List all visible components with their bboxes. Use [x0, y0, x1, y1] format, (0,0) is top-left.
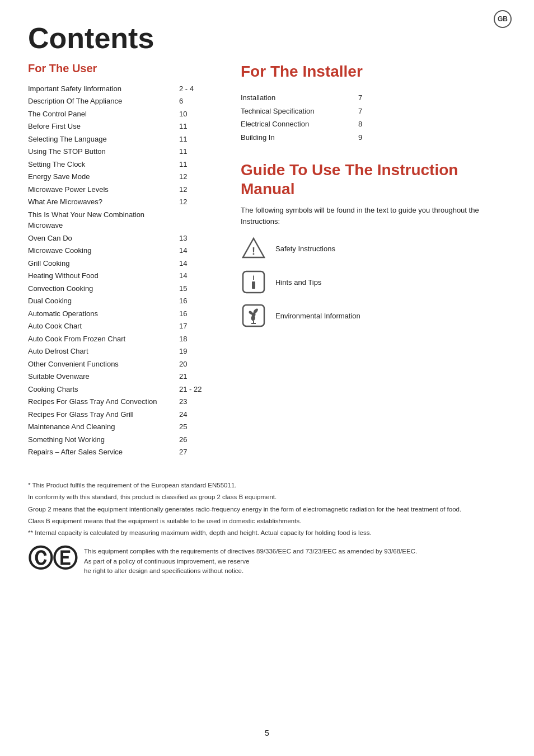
toc-page: 6: [174, 95, 218, 108]
footer-line: Group 2 means that the equipment intenti…: [28, 505, 506, 514]
toc-page: 14: [174, 270, 218, 283]
toc-title: Using The STOP Button: [28, 145, 174, 158]
footer-line: * This Product fulfils the requirement o…: [28, 481, 506, 490]
symbol-safety: ! Safety Instructions: [241, 236, 506, 261]
toc-title: Microwave Power Levels: [28, 183, 174, 196]
toc-page: 20: [174, 358, 218, 370]
environmental-label: Environmental Information: [275, 311, 360, 322]
toc-title: Dual Cooking: [28, 295, 174, 308]
toc-page: 11: [174, 120, 218, 133]
toc-title: Recipes For Glass Tray And Convection: [28, 396, 174, 408]
toc-row: Something Not Working26: [28, 433, 218, 446]
toc-title: The Control Panel: [28, 107, 174, 120]
toc-row: Automatic Operations16: [28, 307, 218, 320]
installer-row: Technical Specification7: [241, 105, 506, 118]
toc-title: Microwave Cooking: [28, 245, 174, 257]
footer-line: Class B equipment means that the equipme…: [28, 516, 506, 526]
toc-title: Heating Without Food: [28, 270, 174, 283]
toc-page: 25: [174, 421, 218, 434]
footer-line: In conformity with this standard, this p…: [28, 492, 506, 502]
toc-page: 14: [174, 257, 218, 270]
toc-row: Other Convenient Functions20: [28, 358, 218, 370]
ce-text: This equipment complies with the require…: [84, 547, 417, 576]
toc-title: Energy Save Mode: [28, 171, 174, 184]
toc-row: What Are Microwaves?12: [28, 196, 218, 209]
svg-rect-3: [252, 281, 255, 289]
toc-page: 18: [174, 332, 218, 345]
toc-page: 13: [174, 232, 218, 245]
toc-title: Auto Cook Chart: [28, 320, 174, 333]
toc-table: Important Safety Iinformation2 - 4Descri…: [28, 82, 218, 458]
toc-row: Selecting The Language11: [28, 133, 218, 145]
toc-page: 21 - 22: [174, 383, 218, 396]
toc-page: 12: [174, 183, 218, 196]
toc-title: Before First Use: [28, 120, 174, 133]
toc-row: Heating Without Food14: [28, 270, 218, 283]
toc-page: 11: [174, 145, 218, 158]
toc-page: 27: [174, 446, 218, 459]
toc-row: Auto Defrost Chart19: [28, 345, 218, 358]
toc-row: Dual Cooking16: [28, 295, 218, 308]
page-number: 5: [265, 727, 269, 739]
toc-page: 19: [174, 345, 218, 358]
toc-title: This Is What Your New Combination Microw…: [28, 208, 174, 232]
installer-row: Electrical Connection8: [241, 118, 506, 131]
installer-title: Electrical Connection: [241, 118, 353, 131]
toc-page: 14: [174, 245, 218, 257]
toc-row: Microwave Power Levels12: [28, 183, 218, 196]
toc-title: Automatic Operations: [28, 307, 174, 320]
toc-title: Important Safety Iinformation: [28, 82, 174, 95]
toc-row: The Control Panel10: [28, 107, 218, 120]
footer-section: * This Product fulfils the requirement o…: [28, 481, 506, 576]
toc-row: Microwave Cooking14: [28, 245, 218, 257]
toc-page: 12: [174, 171, 218, 184]
installer-title: Installation: [241, 91, 353, 105]
toc-title: Other Convenient Functions: [28, 358, 174, 370]
toc-row: Cooking Charts21 - 22: [28, 383, 218, 396]
installer-title: Building In: [241, 131, 353, 144]
toc-title: Auto Cook From Frozen Chart: [28, 332, 174, 345]
toc-title: Convection Cooking: [28, 282, 174, 295]
installer-page: 7: [353, 91, 506, 105]
toc-row: Convection Cooking15: [28, 282, 218, 295]
guide-heading: Guide To Use The Instruction Manual: [241, 161, 506, 198]
toc-page: 12: [174, 196, 218, 209]
ce-block: ⒸⒺ This equipment complies with the requ…: [28, 547, 506, 576]
toc-row: Setting The Clock11: [28, 158, 218, 171]
symbol-environmental: Environmental Information: [241, 303, 506, 328]
toc-page: 2 - 4: [174, 82, 218, 95]
toc-row: Oven Can Do13: [28, 232, 218, 245]
toc-row: Repairs – After Sales Service27: [28, 446, 218, 459]
toc-page: 11: [174, 133, 218, 145]
hints-label: Hints and Tips: [275, 277, 321, 288]
toc-row: Using The STOP Button11: [28, 145, 218, 158]
toc-page: [174, 208, 218, 232]
toc-title: Recipes For Glass Tray And Grill: [28, 408, 174, 421]
for-user-heading: For The User: [28, 60, 218, 77]
toc-row: This Is What Your New Combination Microw…: [28, 208, 218, 232]
installer-page: 9: [353, 131, 506, 144]
toc-row: Maintenance And Cleaning25: [28, 421, 218, 434]
gb-badge: GB: [494, 10, 512, 28]
installer-page: 7: [353, 105, 506, 118]
installer-page: 8: [353, 118, 506, 131]
toc-row: Description Of The Appliance6: [28, 95, 218, 108]
toc-page: 26: [174, 433, 218, 446]
safety-label: Safety Instructions: [275, 243, 335, 255]
toc-title: Cooking Charts: [28, 383, 174, 396]
toc-title: Repairs – After Sales Service: [28, 446, 174, 459]
toc-page: 10: [174, 107, 218, 120]
toc-title: Grill Cooking: [28, 257, 174, 270]
toc-row: Energy Save Mode12: [28, 171, 218, 184]
toc-page: 11: [174, 158, 218, 171]
toc-row: Auto Cook From Frozen Chart18: [28, 332, 218, 345]
installer-table: Installation7Technical Specification7Ele…: [241, 91, 506, 144]
hints-icon: i: [241, 269, 266, 295]
svg-text:i: i: [252, 273, 255, 281]
environmental-icon: [241, 303, 266, 328]
toc-title: Something Not Working: [28, 433, 174, 446]
toc-title: Auto Defrost Chart: [28, 345, 174, 358]
toc-page: 16: [174, 295, 218, 308]
toc-row: Important Safety Iinformation2 - 4: [28, 82, 218, 95]
toc-row: Before First Use11: [28, 120, 218, 133]
